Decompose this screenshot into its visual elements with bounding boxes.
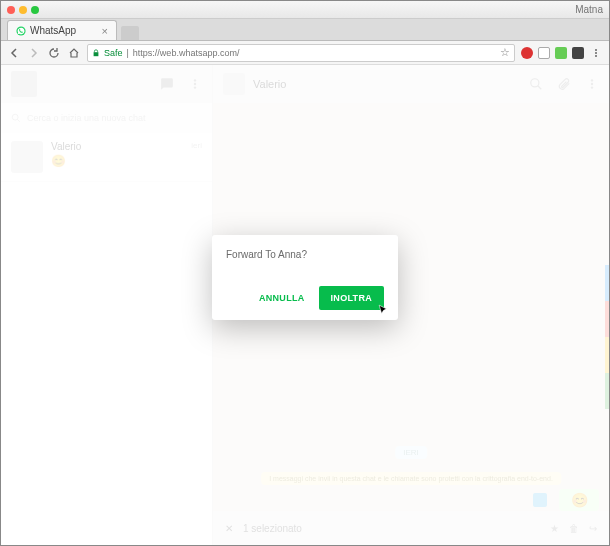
modal-overlay: Forward To Anna? ANNULLA INOLTRA <box>1 1 609 545</box>
mouse-cursor-icon <box>378 304 390 316</box>
dialog-title: Forward To Anna? <box>226 249 384 260</box>
forward-button[interactable]: INOLTRA <box>319 286 384 310</box>
cancel-button[interactable]: ANNULLA <box>255 287 309 309</box>
forward-confirm-dialog: Forward To Anna? ANNULLA INOLTRA <box>212 235 398 320</box>
